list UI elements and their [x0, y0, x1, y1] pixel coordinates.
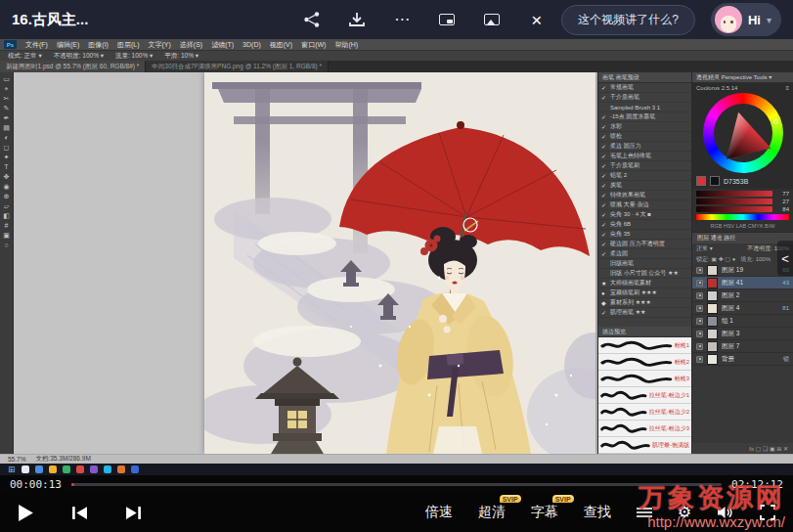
cast-icon[interactable] [482, 10, 502, 29]
ps-menu-item[interactable]: 窗口(W) [301, 40, 326, 50]
ps-tool-icon[interactable]: ▤ [3, 124, 10, 131]
brush-preset-row[interactable]: ✓ 尖角 35 [598, 230, 691, 240]
ps-menu-item[interactable]: 编辑(E) [57, 40, 79, 50]
ps-menu-item[interactable]: 3D(D) [242, 41, 261, 48]
brush-preset-row[interactable]: 旧版画笔 [598, 259, 691, 269]
hue-selector-dot[interactable] [773, 119, 778, 124]
brush-stroke-row[interactable]: 拉丝笔-粗边少2 [598, 404, 691, 421]
ps-tool-icon[interactable]: ✒ [4, 114, 10, 121]
brush-preset-row[interactable]: ✓ 铅笔 2 [598, 171, 691, 181]
brush-preset-row[interactable]: ✓ 硬边圆 压力不透明度 [598, 240, 691, 249]
lock-controls[interactable]: 锁定: ▣ ✚ ▢ ● [696, 255, 735, 264]
panel-menu-icon[interactable]: ≡ [785, 85, 789, 91]
perspective-panel-header[interactable]: 透视精灵 Perspective Tools ▾ [692, 72, 793, 83]
layer-visibility-icon[interactable] [696, 292, 703, 299]
pip-icon[interactable] [437, 10, 457, 29]
brush-stroke-row[interactable]: 粗糙1 [598, 337, 691, 354]
brush-preset-row[interactable]: ✓ 特殊效果画笔 [598, 191, 691, 200]
more-icon[interactable]: ⋯ [392, 10, 412, 29]
brush-preset-row[interactable]: ✓ 干介质画笔 [598, 93, 691, 103]
ps-tool-icon[interactable]: T [4, 163, 8, 170]
ps-tool-icon[interactable]: ▱ [4, 202, 9, 209]
brush-preset-row[interactable]: ✓ 柔边 圆压力 [598, 142, 691, 152]
brush-preset-row[interactable]: ✓ 喷溅 大量·杂边 [598, 200, 691, 210]
hue-bar[interactable] [696, 214, 789, 220]
brush-preset-row[interactable]: ✓ 肌理画笔 ★★ [598, 308, 691, 318]
brush-stroke-row[interactable]: 肌理最-饱满版 [598, 437, 691, 454]
zoom-level[interactable]: 55.7% [8, 456, 25, 463]
ps-tool-icon[interactable]: ◻ [4, 144, 10, 151]
taskbar-app-icon[interactable] [131, 466, 139, 473]
taskbar-app-icon[interactable] [22, 466, 29, 473]
ps-menu-item[interactable]: 图像(I) [88, 40, 109, 50]
layer-visibility-icon[interactable] [696, 331, 703, 337]
color-slider-bar[interactable] [696, 191, 772, 197]
ps-tool-icon[interactable]: ◐ [4, 134, 8, 141]
share-icon[interactable] [302, 10, 322, 29]
ps-menu-item[interactable]: 图层(L) [117, 40, 140, 50]
ps-canvas-area[interactable] [14, 72, 597, 454]
video-frame[interactable]: Ps 文件(F)编辑(E)图像(I)图层(L)文字(Y)选择(S)滤镜(T)3D… [0, 39, 793, 475]
ps-tool-icon[interactable]: ⌖ [5, 85, 9, 92]
taskbar-app-icon[interactable] [117, 466, 125, 473]
brush-preset-row[interactable]: ✓ 尖角 30 · 4 大 ■ [598, 210, 691, 220]
layer-visibility-icon[interactable] [696, 280, 703, 287]
start-button-icon[interactable]: ⊞ [8, 466, 16, 474]
ai-chat-prompt-button[interactable]: 这个视频讲了什么? [561, 5, 695, 35]
ps-tool-icon[interactable]: ✂ [4, 95, 10, 102]
volume-icon[interactable] [717, 506, 734, 519]
ps-tool-icon[interactable]: ◧ [3, 212, 10, 219]
background-color-swatch[interactable] [710, 176, 720, 186]
layer-row[interactable]: 图层 7 [692, 340, 793, 353]
brush-preset-row[interactable]: ✓ 常规画笔 [598, 83, 691, 93]
layer-row[interactable]: 图层 4 81 [692, 302, 793, 315]
ps-tool-icon[interactable]: ⊕ [4, 193, 10, 200]
color-wheel[interactable] [703, 93, 783, 173]
brush-preset-row[interactable]: Sampled Brush 3 1 [598, 103, 691, 112]
taskbar-app-icon[interactable] [49, 466, 57, 473]
ps-tool-icon[interactable]: ✎ [4, 105, 10, 111]
next-episode-button[interactable] [125, 506, 142, 520]
brush-preset-row[interactable]: ✓ 炭笔 [598, 181, 691, 191]
brush-stroke-row[interactable]: 拉丝笔-粗边少1 [598, 387, 691, 404]
brush-stroke-row[interactable]: 拉丝笔-粗边少3 [598, 421, 691, 437]
layer-row[interactable]: 图层 3 [692, 328, 793, 340]
ps-tool-icon[interactable]: ◉ [3, 183, 9, 190]
close-icon[interactable]: × [531, 11, 542, 29]
ps-tool-icon[interactable]: # [5, 222, 9, 229]
brush-preset-row[interactable]: ✓ 水彩 [598, 122, 691, 132]
color-mode-row[interactable]: RGB HSV LAB CMYK B/W [696, 222, 789, 230]
ps-option-item[interactable]: 模式: 正常 ▾ [8, 52, 42, 61]
brush-preset-row[interactable]: ✓ 柔边圆 [598, 249, 691, 259]
ps-menu-item[interactable]: 文件(F) [25, 40, 48, 50]
episode-drawer-toggle[interactable]: < [777, 241, 793, 276]
layer-row[interactable]: 组 1 [692, 315, 793, 328]
color-slider-bar[interactable] [696, 206, 772, 212]
layer-row[interactable]: 背景 锁 [692, 353, 793, 366]
layer-visibility-icon[interactable] [696, 305, 703, 312]
brush-preset-row[interactable]: ✓ -15点 圆度水墨笔 [598, 112, 691, 122]
ps-option-item[interactable]: 流量: 100% ▾ [115, 52, 153, 61]
ps-document-tab[interactable]: 中间30日合成7F满级黑PNG.png @ 11.2% (图层 1, RGB/8… [146, 61, 329, 72]
fullscreen-icon[interactable] [760, 505, 775, 520]
ps-option-item[interactable]: 不透明度: 100% ▾ [54, 52, 104, 61]
seek-bar[interactable] [71, 483, 722, 486]
layer-visibility-icon[interactable] [696, 318, 703, 325]
ps-document-tab[interactable]: 新建画图时1.psd @ 55.7% (图层 60, RGB/8#) * [0, 61, 146, 72]
taskbar-app-icon[interactable] [90, 466, 98, 473]
brush-panel-header[interactable]: 画笔 画笔预设 [598, 72, 691, 83]
ps-menu-item[interactable]: 文字(Y) [148, 40, 170, 50]
layer-row[interactable]: 图层 2 [692, 289, 793, 302]
play-button[interactable] [18, 504, 34, 522]
brush-preset-row[interactable]: ● 宝藏级笔刷 ★★★ [598, 288, 691, 298]
ps-tool-icon[interactable]: ✥ [4, 173, 10, 180]
brush-preset-row[interactable]: ★ 大师级画笔素材 [598, 279, 691, 288]
assistant-avatar-button[interactable]: Hi ▾ [711, 3, 781, 36]
playlist-icon[interactable] [637, 507, 652, 518]
color-slider-row[interactable]: 27 [696, 199, 789, 204]
taskbar-app-icon[interactable] [63, 466, 70, 473]
settings-gear-icon[interactable]: ⚙ [678, 505, 691, 520]
taskbar-app-icon[interactable] [104, 466, 111, 473]
ps-tool-icon[interactable]: ✦ [4, 154, 10, 160]
layer-visibility-icon[interactable] [696, 267, 703, 274]
